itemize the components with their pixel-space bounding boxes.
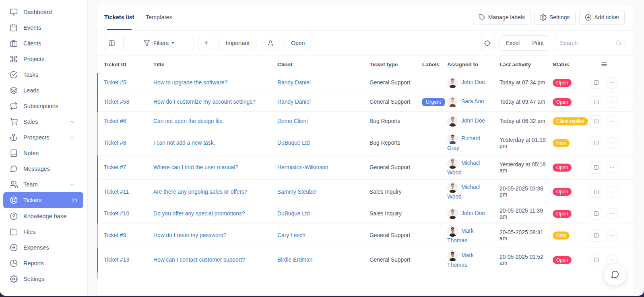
filters-button[interactable]: Filters▾ <box>123 36 194 50</box>
assignee-link[interactable]: Sara Ann <box>461 98 484 104</box>
settings-button[interactable]: Settings <box>534 10 576 25</box>
manage-labels-button[interactable]: Manage labels <box>473 10 530 25</box>
sidebar-item-clients[interactable]: Clients <box>0 35 87 51</box>
tab-tickets-list[interactable]: Tickets list <box>104 4 135 30</box>
quick-filter-important[interactable]: Important <box>218 36 257 50</box>
more-button[interactable] <box>606 137 618 149</box>
sidebar-item-projects[interactable]: Projects <box>0 51 87 67</box>
layout-columns-button[interactable] <box>104 36 119 50</box>
table-menu-button[interactable] <box>600 60 609 69</box>
quick-filter-assignee[interactable] <box>261 36 279 50</box>
client-link[interactable]: Cary Lesch <box>277 232 369 238</box>
table-row[interactable]: Ticket #11 Are there any ongoing sales o… <box>97 180 633 204</box>
ticket-id-link[interactable]: Ticket #58 <box>104 99 153 105</box>
sidebar-item-team[interactable]: Team <box>0 176 87 192</box>
sidebar-item-reports[interactable]: Reports <box>0 255 87 271</box>
column-header-client[interactable]: Client <box>277 61 369 68</box>
ticket-id-link[interactable]: Ticket #10 <box>104 211 153 217</box>
client-link[interactable]: Hermiston-Wilkinson <box>277 164 369 170</box>
assignee-link[interactable]: John Doe <box>461 79 485 85</box>
sidebar-item-dashboard[interactable]: Dashboard <box>0 4 87 20</box>
table-row[interactable]: Ticket #7 Where can I find the user manu… <box>97 156 633 180</box>
ticket-title-link[interactable]: How to upgrade the software? <box>153 80 277 86</box>
ticket-title-link[interactable]: How can I contact customer support? <box>153 257 277 263</box>
open-panel-button[interactable] <box>590 115 602 127</box>
client-link[interactable]: Sammy Steuber <box>277 189 369 195</box>
column-header-ticket-type[interactable]: Ticket type <box>369 61 422 68</box>
more-button[interactable] <box>606 77 618 89</box>
add-ticket-button[interactable]: Add ticket <box>579 10 625 25</box>
column-header-assigned-to[interactable]: Assigned to <box>447 61 500 68</box>
sidebar-item-files[interactable]: Files <box>0 224 87 240</box>
ticket-title-link[interactable]: How do I customize my account settings? <box>153 99 277 105</box>
ticket-title-link[interactable]: Do you offer any special promotions? <box>153 211 277 217</box>
open-panel-button[interactable] <box>590 162 602 174</box>
column-header-last-activity[interactable]: Last activity <box>500 61 553 68</box>
open-panel-button[interactable] <box>590 229 602 242</box>
column-header-ticket-id[interactable]: Ticket ID <box>104 61 153 68</box>
assignee-link[interactable]: John Doe <box>461 118 485 124</box>
sidebar-item-events[interactable]: Events <box>0 20 87 35</box>
ticket-id-link[interactable]: Ticket #5 <box>104 80 153 86</box>
ticket-title-link[interactable]: Where can I find the user manual? <box>153 164 277 170</box>
column-header-status[interactable]: Status <box>553 61 590 68</box>
sidebar-item-tickets[interactable]: Tickets21 <box>3 192 83 208</box>
open-panel-button[interactable] <box>590 254 602 266</box>
sidebar-item-tasks[interactable]: Tasks <box>0 67 87 82</box>
ticket-title-link[interactable]: I can not add a new task. <box>153 140 277 146</box>
client-link[interactable]: Randy Daniel <box>277 99 369 105</box>
table-row[interactable]: Ticket #5 How to upgrade the software? R… <box>97 73 633 92</box>
more-button[interactable] <box>606 229 618 242</box>
open-panel-button[interactable] <box>590 96 602 108</box>
client-link[interactable]: Birdie Erdman <box>277 257 369 263</box>
more-button[interactable] <box>606 186 618 198</box>
open-panel-button[interactable] <box>590 208 602 220</box>
client-link[interactable]: Randy Daniel <box>277 80 369 86</box>
add-filter-button[interactable]: + <box>198 36 214 50</box>
ticket-id-link[interactable]: Ticket #7 <box>104 164 153 170</box>
sidebar-item-subscriptions[interactable]: Subscriptions <box>0 98 87 114</box>
open-panel-button[interactable] <box>590 137 602 149</box>
sidebar-item-notes[interactable]: Notes <box>0 145 87 161</box>
more-button[interactable] <box>606 162 618 174</box>
tab-templates[interactable]: Templates <box>145 4 173 30</box>
open-panel-button[interactable] <box>590 77 602 89</box>
open-panel-button[interactable] <box>590 186 602 198</box>
table-row[interactable]: Ticket #6 Can not open the design file. … <box>97 112 633 131</box>
locate-button[interactable] <box>480 36 495 50</box>
sidebar-item-settings[interactable]: Settings <box>0 271 87 287</box>
column-header-labels[interactable]: Labels <box>422 61 447 68</box>
sidebar-item-prospects[interactable]: Prospects <box>0 129 87 145</box>
ticket-id-link[interactable]: Ticket #13 <box>104 257 153 263</box>
sidebar-item-leads[interactable]: Leads <box>0 82 87 98</box>
ticket-id-link[interactable]: Ticket #8 <box>104 140 153 146</box>
print-button[interactable]: Print <box>526 36 550 50</box>
column-header-title[interactable]: Title <box>153 61 277 68</box>
more-button[interactable] <box>606 208 618 220</box>
table-row[interactable]: Ticket #8 I can not add a new task. DuBu… <box>97 131 633 156</box>
more-button[interactable] <box>606 115 618 127</box>
table-row[interactable]: Ticket #13 How can I contact customer su… <box>97 248 633 272</box>
table-row[interactable]: Ticket #10 Do you offer any special prom… <box>97 204 633 223</box>
ticket-title-link[interactable]: How do I reset my password? <box>153 232 277 238</box>
excel-button[interactable]: Excel <box>500 36 526 50</box>
table-row[interactable]: Ticket #9 How do I reset my password? Ca… <box>97 223 633 248</box>
chat-fab[interactable] <box>604 263 626 286</box>
sidebar-item-sales[interactable]: Sales <box>0 114 87 129</box>
table-row[interactable]: Ticket #58 How do I customize my account… <box>97 92 633 112</box>
assignee-link[interactable]: John Doe <box>461 210 485 216</box>
client-link[interactable]: DuBuque Ltd <box>277 211 369 217</box>
quick-filter-open[interactable]: Open <box>283 36 312 50</box>
sidebar-item-knowledge-base[interactable]: Knowledge base <box>0 208 87 224</box>
client-link[interactable]: Demo Client <box>277 118 369 124</box>
more-button[interactable] <box>606 96 618 108</box>
ticket-id-link[interactable]: Ticket #9 <box>104 232 153 238</box>
sidebar-item-expenses[interactable]: Expenses <box>0 240 87 255</box>
ticket-id-link[interactable]: Ticket #11 <box>104 189 153 195</box>
ticket-title-link[interactable]: Are there any ongoing sales or offers? <box>153 189 277 195</box>
ticket-id-link[interactable]: Ticket #6 <box>104 118 153 124</box>
client-link[interactable]: DuBuque Ltd <box>277 140 369 146</box>
ticket-title-link[interactable]: Can not open the design file. <box>153 118 277 124</box>
search-input[interactable] <box>555 36 625 50</box>
sidebar-item-messages[interactable]: Messages <box>0 161 87 176</box>
